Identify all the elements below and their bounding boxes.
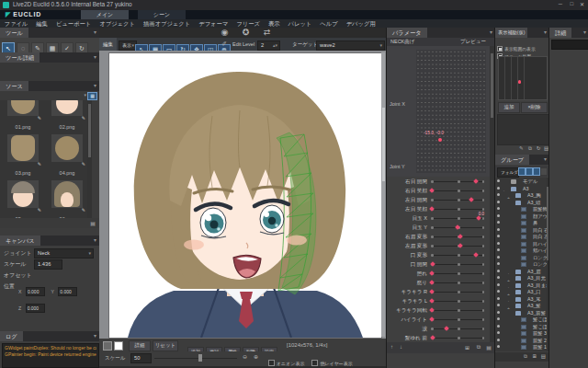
visibility-eye-icon[interactable] xyxy=(497,270,500,272)
zoom-out-icon[interactable]: ⊖ xyxy=(243,353,247,360)
tree-row[interactable]: + A3_目元 xyxy=(495,274,549,282)
visibility-eye-icon[interactable] xyxy=(497,325,500,328)
parameter-slider[interactable] xyxy=(431,195,484,204)
parameter-slider[interactable] xyxy=(431,186,484,195)
filter-toggle-icon[interactable] xyxy=(518,167,526,176)
parameter-row[interactable]: 右目 笑顔 xyxy=(387,186,495,195)
visibility-eye-icon[interactable] xyxy=(497,283,500,286)
collapse-icon[interactable]: ▾ xyxy=(94,81,96,91)
menu-item[interactable]: ファイル xyxy=(0,19,32,28)
add-parameter-icon[interactable]: ⊞ xyxy=(465,344,469,351)
keyform-dot-grid[interactable] xyxy=(416,50,486,173)
keyform-grid-area[interactable]: Joint X Joint Y -15.0, -0.0 xyxy=(387,46,490,177)
source-panel-tab[interactable]: ソース xyxy=(0,81,28,91)
edit-pencil-icon[interactable]: ✎ xyxy=(38,115,41,121)
detail-button[interactable]: 詳細 xyxy=(129,340,151,351)
tree-row[interactable]: − A3_前髪 xyxy=(495,309,549,316)
parameter-row[interactable]: ハイライト xyxy=(387,315,495,324)
edit-mode-tab[interactable]: 編集 xyxy=(99,38,117,52)
visibility-eye-icon[interactable] xyxy=(497,187,500,190)
collapse-icon[interactable]: ▾ xyxy=(94,331,96,341)
menu-item[interactable]: ビューポート xyxy=(51,19,95,28)
tree-row[interactable]: 頬ハイライト xyxy=(495,247,549,254)
reset-button[interactable]: リセット xyxy=(153,340,178,351)
collapse-icon[interactable]: ▾ xyxy=(544,28,547,38)
parameter-row[interactable]: 涙 xyxy=(387,324,495,333)
display-aid-list[interactable] xyxy=(497,114,549,145)
menu-item[interactable]: 編集 xyxy=(32,19,52,28)
parameter-row[interactable]: 目玉 Y xyxy=(387,223,495,232)
tree-row[interactable]: 顔アウトライン xyxy=(495,213,549,220)
canvas-scale-input[interactable]: 50 xyxy=(130,353,152,363)
visibility-eye-icon[interactable] xyxy=(497,248,500,251)
filter-toggle-icon[interactable] xyxy=(526,167,533,176)
visibility-eye-icon[interactable] xyxy=(497,179,500,182)
parameter-slider[interactable] xyxy=(431,287,484,296)
collapse-icon[interactable]: ▾ xyxy=(94,28,96,38)
visibility-eye-icon[interactable] xyxy=(497,214,500,217)
edit-pencil-icon[interactable]: ✎ xyxy=(519,145,524,151)
log-output[interactable]: GWidget paintDuplex: Should no longer be… xyxy=(2,343,99,368)
move-up-icon[interactable]: ↑ xyxy=(390,344,393,350)
filter-icon[interactable]: ▾ xyxy=(84,92,86,98)
pen-cursor-icon[interactable]: ✐ xyxy=(221,40,227,48)
tree-row[interactable]: 前髪 2 xyxy=(495,337,549,344)
collapse-icon[interactable]: ▾ xyxy=(490,28,492,38)
tool-detail-tab[interactable]: ツール詳細 xyxy=(0,52,40,63)
source-item[interactable]: ✎ 06.png xyxy=(46,180,88,218)
new-folder-icon[interactable]: ⊞ xyxy=(532,353,537,359)
trash-icon[interactable]: ▤ xyxy=(541,353,546,359)
parameter-marker[interactable] xyxy=(476,215,481,221)
axis-input[interactable]: 0.000 xyxy=(26,287,45,296)
parameter-panel-tab[interactable]: パラメータ xyxy=(387,28,427,38)
log-panel-tab[interactable]: ログ xyxy=(0,331,23,341)
edit-pencil-icon[interactable]: ✎ xyxy=(38,161,41,167)
add-button[interactable]: 追加 xyxy=(498,102,520,113)
visibility-eye-icon[interactable] xyxy=(497,193,500,196)
range-grid-point[interactable] xyxy=(518,80,522,84)
tree-row[interactable]: 前髪飾り xyxy=(495,205,549,213)
close-icon[interactable]: ✕ xyxy=(580,1,584,7)
canvas-checkbox[interactable]: 他レイヤー表示 xyxy=(311,354,352,368)
tree-row[interactable]: ロング 左 xyxy=(495,260,549,268)
visibility-eye-icon[interactable] xyxy=(497,228,500,231)
source-thumbnail[interactable] xyxy=(51,180,83,208)
canvas-checkbox[interactable]: オニオン表示 xyxy=(268,354,304,368)
parameter-row[interactable]: 左眉 変形 xyxy=(387,241,495,250)
tree-row[interactable]: + A3_胸 xyxy=(495,191,549,199)
parameter-slider[interactable]: 0.0 xyxy=(431,213,484,223)
menu-item[interactable]: ヘルプ xyxy=(316,19,342,28)
detail-value-box[interactable] xyxy=(551,40,588,50)
parameter-slider[interactable] xyxy=(431,259,484,269)
detail-panel-tab[interactable]: 詳細 xyxy=(549,28,571,38)
parameter-row[interactable]: キラキラ回転 xyxy=(387,305,495,315)
sort-icon[interactable] xyxy=(540,167,548,176)
parameter-marker[interactable] xyxy=(469,197,474,202)
tree-row[interactable]: 前髪 1 xyxy=(495,343,549,351)
edit-pencil-icon[interactable]: ✎ xyxy=(82,207,85,213)
visibility-eye-icon[interactable] xyxy=(497,221,500,224)
parameter-marker[interactable] xyxy=(430,335,435,340)
canvas-scrollbar[interactable] xyxy=(381,52,385,337)
parameter-marker[interactable] xyxy=(429,270,435,276)
visibility-eye-icon[interactable] xyxy=(497,262,500,265)
preview-toggle[interactable]: プレビュー xyxy=(460,38,486,46)
parameter-marker[interactable] xyxy=(458,243,463,248)
parameter-row[interactable]: 目玉 X 0.0 xyxy=(387,213,495,223)
parameter-row[interactable]: 口 変形 xyxy=(387,250,495,259)
tree-row[interactable]: モデル xyxy=(495,178,549,185)
source-item[interactable]: ✎ 01.png xyxy=(2,100,44,132)
filter-toggle-icon[interactable] xyxy=(533,167,540,176)
collapse-icon[interactable]: ▾ xyxy=(94,52,96,63)
menu-item[interactable]: オブジェクト xyxy=(96,19,140,28)
parameter-row[interactable]: キラキラ R xyxy=(387,287,495,296)
parameter-row[interactable]: 怒り xyxy=(387,278,495,287)
parameter-slider[interactable] xyxy=(431,269,484,278)
collapse-icon[interactable]: ▾ xyxy=(544,155,547,165)
copy-icon[interactable]: ⧉ xyxy=(524,353,527,360)
viewport-canvas-area[interactable] xyxy=(99,51,386,339)
visibility-eye-icon[interactable] xyxy=(497,276,500,279)
parameter-row[interactable]: キラキラ L xyxy=(387,296,495,305)
visibility-eye-icon[interactable] xyxy=(497,207,500,210)
parameter-marker[interactable] xyxy=(445,326,450,331)
